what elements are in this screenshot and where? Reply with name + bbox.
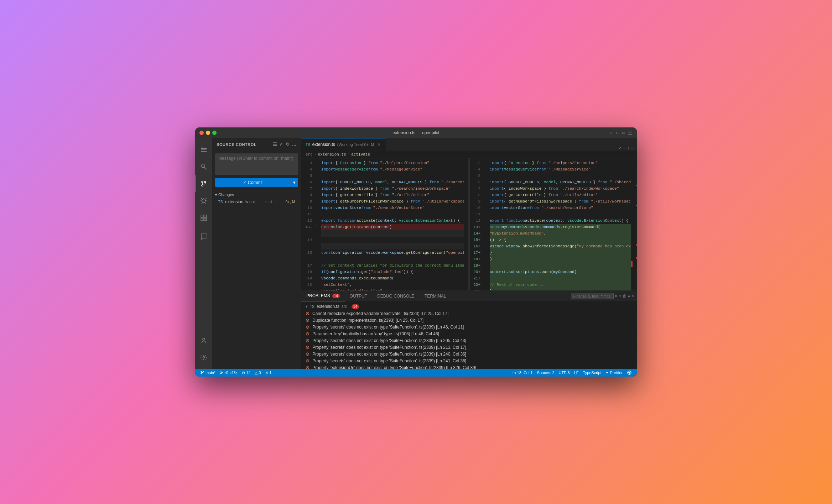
commit-message-input[interactable]: [215, 153, 298, 175]
left-scrollbar[interactable]: [464, 158, 468, 290]
error-icon: ⊘: [306, 351, 310, 357]
close-button[interactable]: [199, 131, 204, 135]
more-actions-icon[interactable]: …: [292, 142, 297, 147]
left-editor-pane: 3 4 5 6 7 8 9 10 11 12 13- 14: [301, 158, 468, 290]
problem-item[interactable]: ⊘ Parameter 'key' implicitly has an 'any…: [301, 330, 637, 337]
tab-debug-console[interactable]: DEBUG CONSOLE: [372, 291, 420, 301]
svg-rect-0: [201, 147, 203, 147]
problem-item[interactable]: ⊘ Property 'extensionUri' does not exist…: [301, 364, 637, 369]
code-line: export function activate(context: vscode…: [321, 217, 464, 224]
activity-account[interactable]: [195, 332, 212, 349]
source-control-panel: SOURCE CONTROL ☰ ✓ ↻ … ✓ Commit ▾: [212, 138, 301, 369]
panel-icon[interactable]: ☰: [628, 130, 633, 136]
problem-item[interactable]: ⊘ Property 'secrets' does not exist on t…: [301, 344, 637, 351]
maximize-panel-icon[interactable]: ×: [631, 294, 634, 298]
commit-button[interactable]: ✓ Commit: [215, 178, 290, 187]
open-changes-icon[interactable]: ↔: [264, 200, 268, 204]
open-file-icon[interactable]: ↗: [619, 145, 622, 151]
discard-icon[interactable]: ↺: [269, 200, 272, 204]
svg-point-4: [201, 164, 205, 168]
warning-count: △ 0: [255, 371, 261, 375]
sync-status[interactable]: ⟳ ↑0 ↓48↑: [218, 371, 240, 375]
problem-item[interactable]: ⊘ Property 'secrets' does not exist on t…: [301, 337, 637, 344]
problem-item[interactable]: ⊘ Duplicate function implementation. ts(…: [301, 317, 637, 324]
svg-point-17: [201, 373, 202, 374]
eol[interactable]: LF: [572, 370, 581, 375]
tab-terminal[interactable]: TERMINAL: [420, 291, 451, 301]
sidebar-toggle-icon[interactable]: ⊞: [610, 130, 613, 136]
right-scrollbar[interactable]: [633, 158, 637, 290]
stage-icon[interactable]: +: [274, 200, 276, 204]
close-panel-icon[interactable]: ∧: [628, 294, 630, 298]
indentation[interactable]: Spaces: 2: [535, 370, 557, 375]
code-line: import { indexWorkspace } from "./search…: [490, 185, 631, 192]
tab-extension-ts[interactable]: TS extension.ts (Working Tree) 0+, M ×: [301, 138, 386, 151]
filter-input[interactable]: [571, 293, 614, 299]
nav-prev-icon[interactable]: ↑: [623, 145, 626, 151]
problem-item[interactable]: ⊘ Cannot redeclare exported variable 'de…: [301, 310, 637, 317]
filter-icon[interactable]: ⚙: [615, 294, 618, 298]
problem-description: Property 'secrets' does not exist on typ…: [312, 345, 466, 350]
formatter[interactable]: ✦ Prettier: [603, 370, 625, 375]
problem-item[interactable]: ⊘ Property 'secrets' does not exist on t…: [301, 357, 637, 364]
encoding[interactable]: UTF-8: [557, 370, 572, 375]
code-line: import { getCurrentFile } from "./utils/…: [321, 192, 464, 198]
right-code-area: 3 4 5 6 7 8 9 10 11 12 13+ 14+ 1: [470, 158, 637, 290]
activity-settings[interactable]: [195, 349, 212, 366]
problem-description: Property 'secrets' does not exist on typ…: [312, 352, 466, 357]
diff-editor: 3 4 5 6 7 8 9 10 11 12 13- 14: [301, 158, 637, 290]
more-tab-actions[interactable]: …: [631, 145, 634, 151]
branch-status[interactable]: main*: [198, 371, 218, 375]
svg-point-16: [201, 371, 202, 372]
split-icon[interactable]: ⊡: [622, 130, 625, 136]
svg-rect-2: [201, 149, 207, 150]
activity-search[interactable]: [195, 158, 212, 175]
tab-output[interactable]: OUTPUT: [345, 291, 372, 301]
problem-item[interactable]: ⊘ Property 'secrets' does not exist on t…: [301, 324, 637, 330]
tab-close-icon[interactable]: ×: [376, 142, 382, 147]
list-view-icon[interactable]: ☰: [273, 142, 277, 147]
changes-header[interactable]: ▾ Changes: [215, 191, 298, 198]
errors-status[interactable]: ⊘ 14: [240, 371, 253, 375]
layout-icon[interactable]: ⊟: [616, 130, 619, 136]
tab-problems[interactable]: PROBLEMS 14: [301, 291, 345, 301]
maximize-button[interactable]: [212, 131, 217, 135]
problem-item[interactable]: ⊘ Property 'secrets' does not exist on t…: [301, 351, 637, 357]
check-icon[interactable]: ✓: [279, 142, 284, 147]
list-item[interactable]: TS extension.ts src ↔ ↺ + 9+, M: [215, 198, 298, 205]
nav-next-icon[interactable]: ↓: [627, 145, 630, 151]
code-line: import { indexWorkspace } from "./search…: [321, 185, 464, 192]
cursor-position[interactable]: Ln 13, Col 1: [509, 370, 535, 375]
collapse-all-icon[interactable]: ⊟: [619, 294, 621, 298]
remote-icon[interactable]: [625, 370, 634, 375]
tab-filename: extension.ts: [312, 142, 335, 147]
code-line: import { getCurrentFile } from "./utils/…: [490, 192, 631, 198]
language-mode[interactable]: TypeScript: [581, 370, 604, 375]
clear-problems-icon[interactable]: 🗑: [623, 294, 626, 298]
svg-point-8: [202, 185, 203, 186]
language-text: TypeScript: [583, 371, 602, 375]
tab-working-tree: (Working Tree) 0+, M: [337, 142, 374, 147]
svg-point-15: [203, 357, 205, 358]
minimize-button[interactable]: [206, 131, 210, 135]
info-status[interactable]: ✕ 1: [263, 371, 274, 375]
activity-explorer[interactable]: [195, 141, 212, 158]
error-icon: ⊘: [306, 365, 310, 369]
refresh-icon[interactable]: ↻: [286, 142, 290, 147]
code-line: [321, 230, 464, 237]
activity-extensions[interactable]: [195, 209, 212, 226]
problems-badge: 14: [332, 294, 340, 298]
problem-file-header[interactable]: ▾ TS extension.ts src 14: [301, 303, 637, 310]
warnings-status[interactable]: △ 0: [253, 371, 263, 375]
commit-input-area: ✓ Commit ▾: [212, 151, 301, 190]
error-count: ⊘ 14: [242, 371, 250, 375]
code-line: "setContext",: [321, 282, 464, 288]
error-icon: ⊘: [306, 317, 310, 323]
error-icon: ⊘: [306, 338, 310, 343]
activity-source-control[interactable]: [195, 175, 212, 192]
file-change-badge: 9+, M: [285, 200, 295, 204]
activity-chat[interactable]: [195, 228, 212, 245]
activity-debug[interactable]: [195, 192, 212, 209]
commit-dropdown-button[interactable]: ▾: [290, 178, 298, 187]
typescript-file-icon: TS: [218, 200, 223, 204]
